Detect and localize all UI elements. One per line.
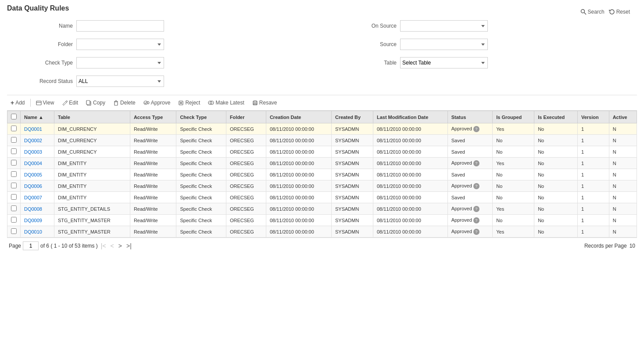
row-name-link[interactable]: DQ0006 — [21, 180, 54, 192]
row-name-link[interactable]: DQ0010 — [21, 226, 54, 238]
row-checkbox-8[interactable] — [11, 217, 17, 223]
search-button[interactable]: Search — [580, 9, 605, 15]
row-checkbox-1[interactable] — [11, 137, 17, 143]
active-cell: N — [609, 203, 637, 215]
row-name-link[interactable]: DQ0004 — [21, 158, 54, 169]
source-select[interactable] — [400, 39, 488, 50]
resave-button[interactable]: Resave — [249, 98, 281, 107]
status-cell: Saved — [447, 192, 493, 203]
is-executed-cell: No — [534, 180, 578, 192]
row-checkbox-4[interactable] — [11, 171, 17, 177]
is-grouped-cell: Yes — [493, 226, 534, 238]
active-cell: N — [609, 146, 637, 158]
view-icon — [36, 100, 42, 106]
help-icon[interactable]: ? — [473, 206, 479, 212]
active-cell: N — [609, 169, 637, 180]
status-cell: Approved? — [447, 226, 493, 238]
active-cell: N — [609, 215, 637, 226]
last-page-button[interactable]: >| — [125, 242, 133, 249]
version-cell: 1 — [577, 135, 609, 146]
approve-icon — [143, 100, 150, 106]
table-label: Table — [357, 60, 397, 66]
records-per-page-value: 10 — [630, 243, 635, 249]
help-icon[interactable]: ? — [473, 229, 479, 235]
help-icon[interactable]: ? — [473, 183, 479, 189]
help-icon[interactable]: ? — [473, 160, 479, 166]
row-checkbox-5[interactable] — [11, 183, 17, 188]
row-checkbox-7[interactable] — [11, 205, 17, 211]
make-latest-icon — [208, 100, 214, 106]
view-button[interactable]: View — [32, 98, 58, 107]
row-checkbox-3[interactable] — [11, 160, 17, 166]
prev-page-button[interactable]: < — [109, 242, 115, 249]
is-grouped-cell: Yes — [493, 123, 534, 135]
edit-icon — [62, 100, 68, 106]
reject-button[interactable]: Reject — [175, 98, 204, 107]
status-cell: Saved — [447, 169, 493, 180]
svg-point-0 — [581, 10, 584, 13]
delete-button[interactable]: Delete — [110, 98, 139, 107]
row-name-link[interactable]: DQ0002 — [21, 135, 54, 146]
row-checkbox-9[interactable] — [11, 228, 17, 234]
row-name-link[interactable]: DQ0008 — [21, 203, 54, 215]
version-cell: 1 — [577, 215, 609, 226]
is-executed-cell: No — [534, 203, 578, 215]
row-checkbox-0[interactable] — [11, 126, 17, 131]
folder-select[interactable] — [76, 39, 164, 50]
on-source-select[interactable] — [400, 20, 488, 32]
pagination: Page of 6 ( 1 - 10 of 53 items ) |< < > … — [7, 238, 637, 254]
table-select[interactable]: Select Table — [400, 57, 488, 68]
edit-button[interactable]: Edit — [58, 98, 82, 107]
svg-rect-5 — [86, 101, 90, 104]
active-cell: N — [609, 135, 637, 146]
row-name-link[interactable]: DQ0007 — [21, 192, 54, 203]
select-all-checkbox[interactable] — [11, 114, 17, 119]
add-button[interactable]: + Add — [7, 98, 29, 108]
record-status-select[interactable]: ALL — [76, 76, 164, 87]
table-row: DQ0003DIM_CURRENCYRead/WriteSpecific Che… — [7, 146, 637, 158]
first-page-button[interactable]: |< — [100, 242, 107, 249]
table-row: DQ0004DIM_ENTITYRead/WriteSpecific Check… — [7, 158, 637, 169]
is-executed-cell: No — [534, 135, 578, 146]
row-name-link[interactable]: DQ0003 — [21, 146, 54, 158]
is-grouped-cell: No — [493, 146, 534, 158]
col-header-created-by: Created By — [332, 111, 373, 123]
status-cell: Approved? — [447, 180, 493, 192]
help-icon[interactable]: ? — [473, 217, 479, 223]
data-table: Name ▲ Table Access Type Check Type Fold… — [7, 111, 637, 238]
svg-point-9 — [144, 101, 147, 104]
reset-button[interactable]: Reset — [609, 9, 630, 15]
version-cell: 1 — [577, 146, 609, 158]
copy-button[interactable]: Copy — [82, 98, 109, 107]
table-row: DQ0009STG_ENTITY_MASTERRead/WriteSpecifi… — [7, 215, 637, 226]
help-icon[interactable]: ? — [473, 126, 479, 132]
page-label: Page — [9, 243, 21, 249]
reset-icon — [609, 9, 615, 15]
svg-rect-19 — [254, 104, 257, 104]
is-executed-cell: No — [534, 226, 578, 238]
is-grouped-cell: Yes — [493, 203, 534, 215]
next-page-button[interactable]: > — [117, 242, 123, 249]
col-header-table: Table — [54, 111, 130, 123]
pages-info: of 6 ( 1 - 10 of 53 items ) — [40, 243, 98, 249]
table-row: DQ0006DIM_ENTITYRead/WriteSpecific Check… — [7, 180, 637, 192]
col-header-last-mod-date: Last Modification Date — [373, 111, 447, 123]
status-cell: Saved — [447, 135, 493, 146]
version-cell: 1 — [577, 169, 609, 180]
is-executed-cell: No — [534, 123, 578, 135]
svg-rect-6 — [114, 102, 118, 105]
page-input[interactable] — [23, 241, 39, 250]
row-name-link[interactable]: DQ0005 — [21, 169, 54, 180]
row-name-link[interactable]: DQ0001 — [21, 123, 54, 135]
approve-button[interactable]: Approve — [140, 98, 174, 107]
check-type-select[interactable] — [76, 57, 164, 68]
active-cell: N — [609, 226, 637, 238]
status-cell: Saved — [447, 146, 493, 158]
row-checkbox-6[interactable] — [11, 194, 17, 200]
make-latest-button[interactable]: Make Latest — [204, 98, 247, 107]
row-name-link[interactable]: DQ0009 — [21, 215, 54, 226]
row-checkbox-2[interactable] — [11, 148, 17, 154]
col-header-active: Active — [609, 111, 637, 123]
name-input[interactable] — [76, 20, 164, 32]
is-executed-cell: No — [534, 146, 578, 158]
